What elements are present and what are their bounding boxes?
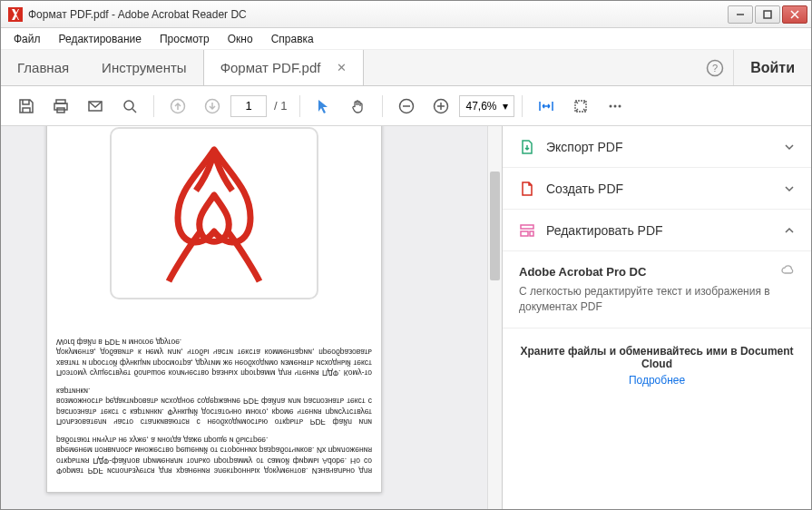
cloud-sync-icon — [780, 264, 795, 279]
tab-tools[interactable]: Инструменты — [85, 50, 203, 85]
svg-rect-6 — [54, 103, 67, 110]
tool-export-pdf[interactable]: Экспорт PDF — [503, 126, 811, 168]
more-tools-button[interactable] — [599, 90, 631, 123]
next-page-button[interactable] — [196, 90, 229, 123]
zoom-value: 47,6% — [465, 100, 496, 113]
toolbar: / 1 47,6% ▾ — [1, 86, 811, 126]
svg-rect-2 — [764, 11, 771, 18]
page-total: / 1 — [274, 99, 287, 113]
prev-page-button[interactable] — [161, 90, 194, 123]
chevron-down-icon — [784, 142, 795, 152]
create-icon — [519, 181, 535, 197]
tool-edit-label: Редактировать PDF — [546, 223, 663, 238]
titlebar: Формат PDF.pdf - Adobe Acrobat Reader DC — [1, 1, 811, 28]
window-title: Формат PDF.pdf - Adobe Acrobat Reader DC — [28, 8, 728, 21]
email-button[interactable] — [79, 90, 112, 123]
help-button[interactable]: ? — [697, 50, 733, 85]
hand-tool-button[interactable] — [342, 90, 375, 123]
document-page: Формат PDF используется для хранения эле… — [46, 126, 382, 493]
export-icon — [519, 139, 535, 155]
vertical-scrollbar[interactable] — [487, 126, 502, 509]
document-text: Формат PDF используется для хранения эле… — [56, 336, 372, 476]
edit-icon — [519, 222, 535, 239]
tab-home[interactable]: Главная — [1, 50, 85, 85]
tool-create-pdf[interactable]: Создать PDF — [503, 168, 811, 210]
pdf-logo-icon — [110, 127, 318, 299]
svg-rect-24 — [530, 231, 533, 236]
menu-help[interactable]: Справка — [264, 31, 321, 47]
tab-close-icon[interactable]: ✕ — [337, 61, 347, 74]
document-viewport[interactable]: Формат PDF используется для хранения эле… — [1, 126, 503, 509]
svg-rect-22 — [521, 225, 533, 229]
promo-section: Adobe Acrobat Pro DC С легкостью редакти… — [503, 251, 811, 329]
select-tool-button[interactable] — [308, 90, 340, 123]
chevron-up-icon — [784, 225, 795, 236]
page-input[interactable] — [230, 95, 267, 117]
save-button[interactable] — [10, 90, 43, 123]
right-panel: Экспорт PDF Создать PDF Редактировать PD… — [503, 126, 811, 509]
menu-window[interactable]: Окно — [220, 31, 260, 47]
promo-title: Adobe Acrobat Pro DC — [519, 265, 646, 279]
scrollbar-thumb[interactable] — [490, 172, 500, 280]
promo-text: С легкостью редактируйте текст и изображ… — [519, 284, 795, 315]
chevron-down-icon: ▾ — [503, 100, 508, 113]
print-button[interactable] — [44, 90, 77, 123]
maximize-button[interactable] — [755, 5, 780, 24]
menu-file[interactable]: Файл — [6, 31, 48, 47]
cloud-promo-link[interactable]: Подробнее — [519, 374, 795, 387]
tab-document-label: Формат PDF.pdf — [220, 60, 321, 75]
chevron-down-icon — [784, 183, 795, 194]
zoom-out-button[interactable] — [390, 90, 423, 123]
svg-line-10 — [132, 109, 136, 113]
svg-point-9 — [124, 101, 133, 110]
svg-rect-23 — [521, 231, 528, 236]
svg-point-20 — [613, 104, 616, 107]
close-button[interactable] — [782, 5, 807, 24]
cloud-promo: Храните файлы и обменивайтесь ими в Docu… — [503, 329, 811, 403]
menu-view[interactable]: Просмотр — [152, 31, 217, 47]
zoom-select[interactable]: 47,6% ▾ — [459, 95, 514, 117]
zoom-in-button[interactable] — [425, 90, 457, 123]
menu-edit[interactable]: Редактирование — [52, 31, 149, 47]
tab-document[interactable]: Формат PDF.pdf ✕ — [203, 50, 365, 85]
minimize-button[interactable] — [728, 5, 753, 24]
svg-text:?: ? — [712, 63, 718, 74]
search-button[interactable] — [113, 90, 146, 123]
fit-width-button[interactable] — [530, 90, 563, 123]
tool-export-label: Экспорт PDF — [546, 140, 623, 154]
svg-point-19 — [609, 104, 611, 107]
content-area: Формат PDF используется для хранения эле… — [1, 126, 811, 509]
app-icon — [8, 7, 23, 22]
cloud-promo-title: Храните файлы и обменивайтесь ими в Docu… — [519, 345, 795, 370]
fit-page-button[interactable] — [564, 90, 597, 123]
svg-point-21 — [618, 104, 621, 107]
tool-create-label: Создать PDF — [546, 181, 623, 196]
menubar: Файл Редактирование Просмотр Окно Справк… — [1, 28, 811, 50]
tab-row: Главная Инструменты Формат PDF.pdf ✕ ? В… — [1, 50, 811, 86]
tool-edit-pdf[interactable]: Редактировать PDF — [503, 210, 811, 251]
signin-button[interactable]: Войти — [733, 50, 811, 85]
